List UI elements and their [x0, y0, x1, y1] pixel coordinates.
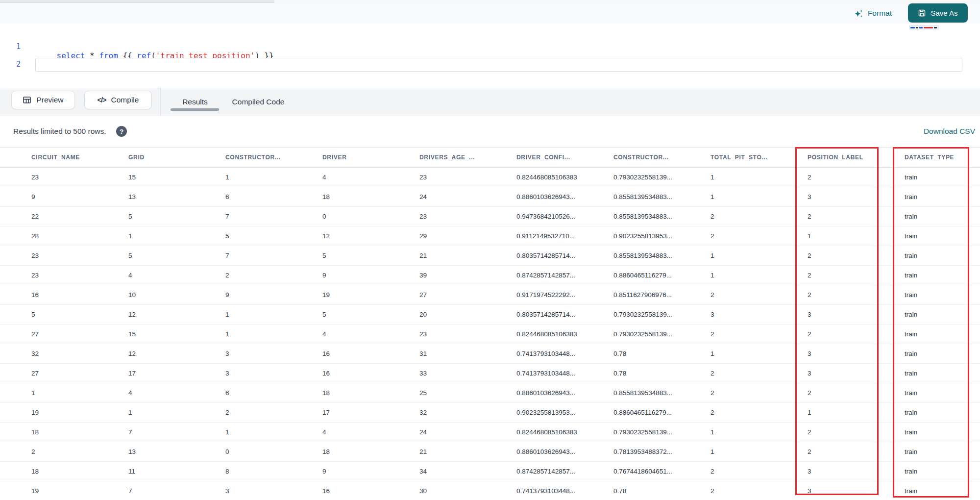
- column-header: DATASET_TYPE: [905, 154, 980, 161]
- table-cell: 2: [710, 291, 808, 299]
- table-cell: 1: [225, 330, 322, 338]
- column-header: DRIVER_CONFI...: [516, 154, 613, 161]
- table-cell: 0.8558139534883...: [613, 193, 710, 200]
- table-cell: 1: [710, 350, 808, 357]
- table-cell: 17: [322, 409, 419, 416]
- table-cell: 13: [128, 193, 225, 200]
- table-cell: 23: [419, 213, 516, 220]
- table-cell: 16: [322, 487, 419, 495]
- table-cell: 3: [808, 311, 905, 318]
- table-cell: 27: [31, 330, 128, 338]
- format-button[interactable]: Format: [854, 3, 892, 24]
- table-cell: 27: [419, 291, 516, 299]
- table-cell: 1: [710, 193, 808, 200]
- column-header: TOTAL_PIT_STO...: [710, 154, 808, 161]
- table-cell: 20: [419, 311, 516, 318]
- table-cell: 15: [128, 174, 225, 181]
- table-row: 281512290.9112149532710...0.902325581395…: [0, 226, 980, 246]
- table-cell: 1: [225, 428, 322, 436]
- table-cell: 2: [225, 409, 322, 416]
- download-csv-link[interactable]: Download CSV: [924, 116, 975, 147]
- table-cell: 2: [710, 468, 808, 475]
- divider: [160, 88, 161, 116]
- table-row: 181189340.8742857142857...0.767441860465…: [0, 462, 980, 481]
- table-cell: 23: [31, 174, 128, 181]
- table-cell: 0.7813953488372...: [613, 448, 710, 455]
- table-cell: 23: [419, 330, 516, 338]
- sparkles-icon: [854, 9, 863, 18]
- table-cell: 0.8860465116279...: [613, 409, 710, 416]
- table-cell: 7: [128, 487, 225, 495]
- table-cell: train: [905, 468, 980, 475]
- table-cell: train: [905, 330, 980, 338]
- table-cell: 32: [31, 350, 128, 357]
- table-cell: 11: [128, 468, 225, 475]
- preview-button[interactable]: Preview: [11, 91, 75, 109]
- table-cell: 0.8860103626943...: [516, 389, 613, 397]
- table-cell: 3: [225, 350, 322, 357]
- results-table-header: CIRCUIT_NAMEGRIDCONSTRUCTOR...DRIVERDRIV…: [0, 148, 980, 168]
- table-cell: 2: [31, 448, 128, 455]
- table-cell: 3: [710, 311, 808, 318]
- table-cell: 16: [322, 370, 419, 377]
- table-cell: train: [905, 448, 980, 455]
- sql-editor[interactable]: 1 2 select * from {{ ref('train_test_pos…: [0, 24, 980, 88]
- editor-minimap[interactable]: [909, 25, 939, 29]
- table-cell: 23: [31, 272, 128, 279]
- table-cell: 23: [419, 174, 516, 181]
- table-cell: 2: [710, 487, 808, 495]
- table-cell: 0.824468085106383: [516, 428, 613, 436]
- table-cell: 2: [808, 174, 905, 181]
- results-info-bar: Results limited to 500 rows. ? Download …: [0, 116, 980, 147]
- table-cell: 0.7930232558139...: [613, 311, 710, 318]
- table-cell: 25: [419, 389, 516, 397]
- format-button-label: Format: [868, 9, 892, 18]
- table-cell: 6: [225, 389, 322, 397]
- table-cell: 0.78: [613, 350, 710, 357]
- table-cell: 3: [225, 370, 322, 377]
- table-cell: 0.8511627906976...: [613, 291, 710, 299]
- table-cell: 24: [419, 428, 516, 436]
- table-cell: 3: [225, 487, 322, 495]
- table-cell: 0.8742857142857...: [516, 468, 613, 475]
- table-cell: 4: [322, 428, 419, 436]
- active-line-cursor-box[interactable]: [35, 58, 962, 72]
- table-cell: 32: [419, 409, 516, 416]
- compile-button[interactable]: </> Compile: [84, 91, 152, 109]
- save-as-button[interactable]: Save As: [908, 3, 968, 23]
- table-row: 14618250.8860103626943...0.8558139534883…: [0, 383, 980, 403]
- table-row: 197316300.7413793103448...0.7823train: [0, 481, 980, 500]
- table-cell: train: [905, 350, 980, 357]
- table-cell: 3: [808, 468, 905, 475]
- table-cell: 0.7674418604651...: [613, 468, 710, 475]
- table-row: 191217320.9023255813953...0.886046511627…: [0, 403, 980, 423]
- table-cell: 0.7930232558139...: [613, 174, 710, 181]
- table-cell: 29: [419, 232, 516, 240]
- table-cell: 0.8035714285714...: [516, 311, 613, 318]
- table-row: 51215200.8035714285714...0.7930232558139…: [0, 305, 980, 325]
- table-cell: 24: [419, 193, 516, 200]
- table-cell: 0.8742857142857...: [516, 272, 613, 279]
- table-cell: 1: [808, 409, 905, 416]
- help-icon[interactable]: ?: [116, 126, 127, 137]
- table-cell: 3: [808, 487, 905, 495]
- column-header: GRID: [128, 154, 225, 161]
- action-strip: Preview </> Compile Results Compiled Cod…: [0, 88, 980, 116]
- table-cell: 9: [322, 272, 419, 279]
- table-cell: 16: [322, 350, 419, 357]
- table-cell: 2: [808, 448, 905, 455]
- table-cell: 4: [128, 272, 225, 279]
- tab-compiled-code[interactable]: Compiled Code: [224, 88, 293, 116]
- table-cell: 18: [322, 448, 419, 455]
- tab-results[interactable]: Results: [171, 88, 220, 116]
- column-header: CONSTRUCTOR...: [613, 154, 710, 161]
- table-cell: 1: [710, 448, 808, 455]
- table-row: 271514230.8244680851063830.7930232558139…: [0, 325, 980, 344]
- save-icon: [918, 9, 926, 17]
- table-cell: 19: [322, 291, 419, 299]
- table-cell: 7: [225, 252, 322, 259]
- table-cell: 5: [31, 311, 128, 318]
- table-row: 3212316310.7413793103448...0.7813train: [0, 344, 980, 364]
- table-cell: 28: [31, 232, 128, 240]
- table-cell: 0.8860103626943...: [516, 193, 613, 200]
